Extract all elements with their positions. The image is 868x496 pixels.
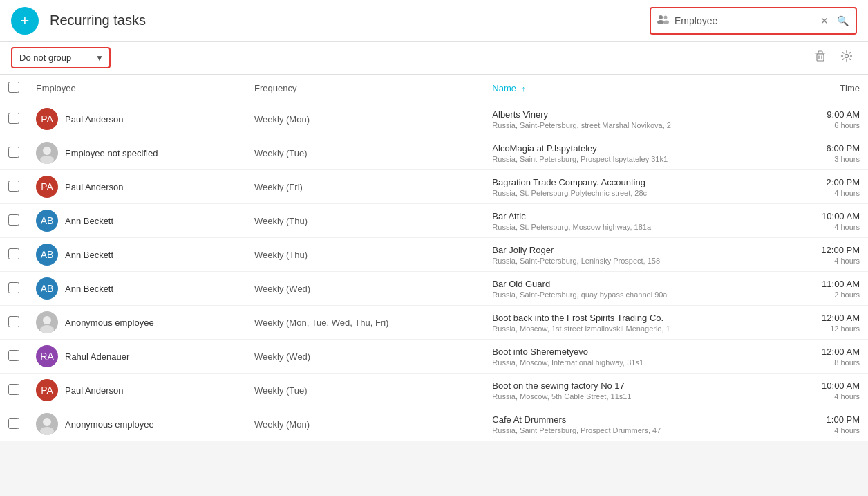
employee-cell: PAPaul Anderson [28, 170, 246, 204]
svg-point-10 [40, 156, 54, 164]
duration-value: 4 hours [800, 426, 860, 434]
task-name: Boot on the sewing factory No 17 [492, 380, 784, 391]
row-checkbox[interactable] [8, 418, 19, 429]
row-checkbox[interactable] [8, 316, 19, 327]
task-name: Boot back into the Frost Spirits Trading… [492, 313, 784, 323]
task-address: Russia, Saint Petersburg, Prospect Ispyt… [492, 155, 784, 163]
name-cell[interactable]: Alberts VineryRussia, Saint-Petersburg, … [484, 102, 792, 136]
avatar: PA [36, 379, 58, 401]
avatar: AB [36, 277, 58, 300]
frequency-cell: Weekly (Mon) [246, 102, 484, 136]
employee-cell: RARahul Adenauer [28, 340, 246, 374]
name-cell[interactable]: Bar Jolly RogerRussia, Saint-Petersburg,… [484, 238, 792, 272]
svg-point-8 [845, 55, 849, 58]
row-checkbox-cell [0, 238, 28, 272]
duration-value: 4 hours [800, 392, 860, 401]
task-name: Bar Old Guard [492, 279, 784, 289]
row-checkbox[interactable] [8, 181, 19, 192]
frequency-column-header[interactable]: Frequency [246, 75, 484, 102]
frequency-cell: Weekly (Thu) [246, 238, 484, 272]
time-cell: 11:00 AM2 hours [792, 272, 868, 306]
table-body: PAPaul AndersonWeekly (Mon)Alberts Viner… [0, 102, 868, 441]
avatar: RA [36, 345, 58, 367]
employee-name: Ann Beckett [65, 216, 113, 226]
svg-rect-5 [817, 54, 824, 61]
employee-cell: PAPaul Anderson [28, 374, 246, 407]
select-all-header [0, 75, 28, 102]
row-checkbox-cell [0, 340, 28, 374]
employee-cell: ABAnn Beckett [28, 204, 246, 238]
row-checkbox[interactable] [8, 350, 19, 361]
row-checkbox[interactable] [8, 282, 19, 293]
duration-value: 4 hours [800, 189, 860, 197]
employee-name: Ann Beckett [65, 250, 113, 260]
frequency-cell: Weekly (Tue) [246, 136, 484, 170]
time-value: 11:00 AM [800, 279, 860, 289]
table-row: ABAnn BeckettWeekly (Wed)Bar Old GuardRu… [0, 272, 868, 306]
time-value: 12:00 AM [800, 347, 860, 357]
name-cell[interactable]: Boot back into the Frost Spirits Trading… [484, 306, 792, 340]
name-cell[interactable]: Cafe At DrummersRussia, Saint Petersburg… [484, 407, 792, 441]
time-value: 2:00 PM [800, 177, 860, 187]
search-icon[interactable]: 🔍 [836, 14, 850, 28]
name-cell[interactable]: Boot on the sewing factory No 17Russia, … [484, 374, 792, 407]
group-select-wrapper: Do not group By Employee By Frequency ▼ [11, 47, 111, 68]
task-address: Russia, Saint-Petersburg, street Marshal… [492, 121, 784, 129]
group-select[interactable]: Do not group By Employee By Frequency [12, 48, 109, 67]
name-cell[interactable]: Bagration Trade Company. AccountingRussi… [484, 170, 792, 204]
name-cell[interactable]: Bar AtticRussia, St. Petersburg, Moscow … [484, 204, 792, 238]
svg-point-0 [659, 15, 663, 19]
search-input[interactable] [674, 15, 813, 26]
time-value: 12:00 PM [800, 245, 860, 255]
svg-point-11 [43, 316, 51, 324]
header: + Recurring tasks ✕ 🔍 [0, 0, 868, 42]
task-name: Alberts Vinery [492, 109, 784, 120]
time-cell: 12:00 PM4 hours [792, 238, 868, 272]
name-cell[interactable]: Bar Old GuardRussia, Saint-Petersburg, q… [484, 272, 792, 306]
table-row: ABAnn BeckettWeekly (Thu)Bar AtticRussia… [0, 204, 868, 238]
svg-point-13 [43, 418, 51, 426]
table-row: Anonymous employeeWeekly (Mon)Cafe At Dr… [0, 407, 868, 441]
employee-column-header[interactable]: Employee [28, 75, 246, 102]
time-column-header[interactable]: Time [792, 75, 868, 102]
time-cell: 10:00 AM4 hours [792, 374, 868, 407]
close-icon[interactable]: ✕ [819, 14, 830, 28]
row-checkbox-cell [0, 102, 28, 136]
row-checkbox[interactable] [8, 248, 19, 259]
task-address: Russia, Moscow, 5th Cable Street, 11s11 [492, 392, 784, 401]
task-address: Russia, Moscow, International highway, 3… [492, 358, 784, 367]
task-address: Russia, St. Petersburg, Moscow highway, … [492, 223, 784, 231]
svg-point-12 [40, 325, 54, 333]
time-value: 6:00 PM [800, 143, 860, 154]
employee-cell: Anonymous employee [28, 306, 246, 340]
row-checkbox[interactable] [8, 214, 19, 226]
select-all-checkbox[interactable] [8, 82, 19, 93]
time-cell: 12:00 AM12 hours [792, 306, 868, 340]
task-name: Bar Attic [492, 211, 784, 221]
delete-button[interactable] [810, 47, 831, 68]
add-button[interactable]: + [11, 7, 39, 35]
employee-name: Paul Anderson [65, 182, 124, 192]
name-cell[interactable]: AlcoMagia at P.IspytateleyRussia, Saint … [484, 136, 792, 170]
duration-value: 4 hours [800, 257, 860, 265]
avatar: AB [36, 244, 58, 266]
table-row: PAPaul AndersonWeekly (Tue)Boot on the s… [0, 374, 868, 407]
employee-name: Rahul Adenauer [65, 351, 129, 362]
row-checkbox[interactable] [8, 384, 19, 395]
row-checkbox[interactable] [8, 113, 19, 124]
name-column-header[interactable]: Name ↑ [484, 75, 792, 102]
row-checkbox[interactable] [8, 147, 19, 158]
svg-rect-4 [815, 53, 825, 54]
row-checkbox-cell [0, 204, 28, 238]
row-checkbox-cell [0, 170, 28, 204]
avatar: PA [36, 176, 58, 198]
table-row: Employee not specifiedWeekly (Tue)AlcoMa… [0, 136, 868, 170]
frequency-cell: Weekly (Fri) [246, 170, 484, 204]
duration-value: 3 hours [800, 155, 860, 163]
task-name: AlcoMagia at P.Ispytateley [492, 143, 784, 154]
time-cell: 6:00 PM3 hours [792, 136, 868, 170]
settings-button[interactable] [836, 47, 857, 68]
name-cell[interactable]: Boot into SheremetyevoRussia, Moscow, In… [484, 340, 792, 374]
employee-name: Ann Beckett [65, 284, 113, 294]
table-row: RARahul AdenauerWeekly (Wed)Boot into Sh… [0, 340, 868, 374]
